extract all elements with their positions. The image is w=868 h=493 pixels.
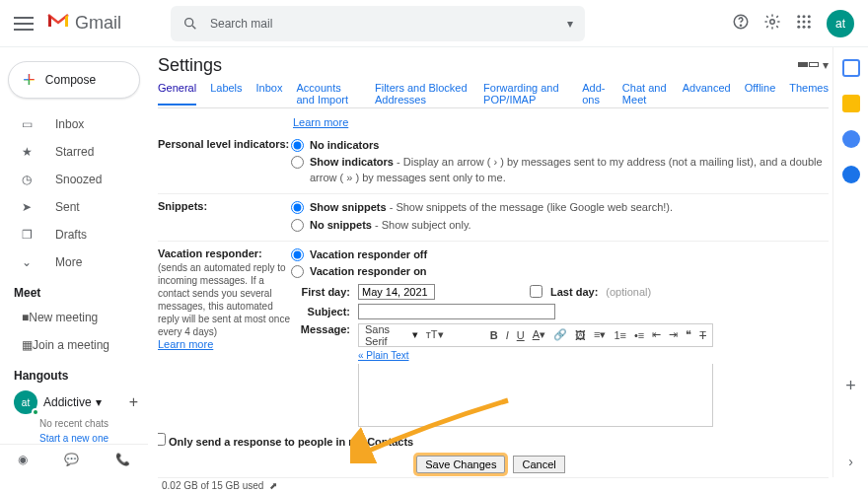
density-toggle[interactable]	[798, 62, 819, 67]
italic-icon[interactable]: I	[506, 329, 509, 341]
font-picker[interactable]: Sans Serif	[365, 323, 404, 347]
apps-grid-icon[interactable]	[795, 13, 813, 34]
compose-button[interactable]: + Compose	[8, 61, 140, 99]
indent-less-icon[interactable]: ⇤	[652, 328, 661, 341]
radio-text: Show snippets	[310, 201, 387, 213]
image-icon[interactable]: 🖼	[575, 329, 586, 341]
gmail-logo[interactable]: Gmail	[47, 13, 121, 34]
hangouts-chat-icon[interactable]: 💬	[64, 453, 79, 466]
main-menu-icon[interactable]	[14, 17, 34, 31]
start-new-chat[interactable]: Start a new one	[0, 433, 148, 444]
radio-show-snippets[interactable]: Show snippets - Show snippets of the mes…	[291, 200, 829, 215]
video-icon: ■	[22, 311, 29, 324]
radio-no-indicators[interactable]: No indicators	[291, 138, 829, 153]
settings-gear-icon[interactable]	[763, 13, 781, 34]
tab-themes[interactable]: Themes	[789, 82, 829, 106]
tab-addons[interactable]: Add-ons	[582, 82, 609, 106]
nav-snoozed[interactable]: ◷Snoozed	[0, 166, 148, 193]
remove-format-icon[interactable]: T	[699, 329, 706, 341]
contacts-icon[interactable]	[842, 166, 860, 183]
radio-vacation-on[interactable]: Vacation responder on	[291, 264, 829, 279]
chevron-down-icon[interactable]: ▾	[96, 395, 102, 409]
text-color-icon[interactable]: A▾	[533, 328, 545, 341]
subject-label: Subject:	[291, 306, 350, 317]
account-avatar[interactable]: at	[827, 10, 854, 37]
chevron-down-icon[interactable]: ▾	[823, 58, 829, 72]
radio-input[interactable]	[291, 265, 304, 278]
tab-advanced[interactable]: Advanced	[683, 82, 731, 106]
bold-icon[interactable]: B	[452, 329, 498, 341]
setting-label: Personal level indicators:	[158, 138, 291, 187]
underline-icon[interactable]: U	[517, 329, 525, 341]
tab-accounts[interactable]: Accounts and Import	[296, 82, 361, 106]
indent-more-icon[interactable]: ⇥	[669, 328, 678, 341]
svg-line-1	[192, 26, 195, 29]
radio-input[interactable]	[291, 139, 304, 152]
last-day-label: Last day:	[550, 286, 598, 298]
setting-vacation: Vacation responder: (sends an automated …	[158, 241, 829, 477]
radio-text: No indicators	[310, 138, 379, 153]
tab-forwarding[interactable]: Forwarding and POP/IMAP	[483, 82, 568, 106]
nav-inbox[interactable]: ▭Inbox	[0, 110, 148, 138]
last-day-checkbox[interactable]	[530, 285, 542, 298]
radio-input[interactable]	[291, 219, 304, 232]
add-addon-icon[interactable]: +	[845, 376, 856, 396]
radio-show-indicators[interactable]: Show indicators - Display an arrow ( › )…	[291, 155, 829, 185]
hangouts-phone-icon[interactable]: 📞	[115, 453, 130, 466]
nav-sent[interactable]: ➤Sent	[0, 193, 148, 221]
save-changes-button[interactable]: Save Changes	[416, 456, 505, 473]
search-bar[interactable]: Search mail ▾	[171, 6, 585, 41]
bullet-list-icon[interactable]: •≡	[634, 329, 644, 341]
tab-filters[interactable]: Filters and Blocked Addresses	[375, 82, 470, 106]
radio-vacation-off[interactable]: Vacation responder off	[291, 247, 829, 262]
setting-label: Snippets:	[158, 200, 291, 235]
settings-tabs: General Labels Inbox Accounts and Import…	[158, 82, 829, 108]
meet-new[interactable]: ■New meeting	[0, 304, 148, 331]
tab-inbox[interactable]: Inbox	[256, 82, 283, 106]
plain-text-link[interactable]: « Plain Text	[358, 350, 409, 361]
radio-input[interactable]	[291, 156, 304, 169]
cancel-button[interactable]: Cancel	[513, 456, 564, 473]
font-size-icon[interactable]: тT▾	[426, 328, 444, 341]
link-icon[interactable]: 🔗	[553, 328, 567, 341]
keep-icon[interactable]	[842, 95, 860, 112]
collapse-panel-icon[interactable]: ›	[848, 454, 853, 469]
hangouts-add-icon[interactable]: +	[129, 393, 138, 411]
radio-input[interactable]	[291, 201, 304, 214]
radio-input[interactable]	[291, 248, 304, 261]
tab-offline[interactable]: Offline	[745, 82, 776, 106]
tab-labels[interactable]: Labels	[210, 82, 242, 106]
meet-join[interactable]: ▦Join a meeting	[0, 331, 148, 359]
svg-point-12	[803, 26, 806, 29]
quote-icon[interactable]: ❝	[686, 328, 691, 341]
learn-more-link[interactable]: Learn more	[293, 116, 348, 128]
support-icon[interactable]	[732, 13, 750, 34]
open-new-icon[interactable]: ⬈	[269, 480, 277, 491]
nav-more[interactable]: ⌄More	[0, 248, 148, 276]
tab-chat-meet[interactable]: Chat and Meet	[622, 82, 669, 106]
radio-no-snippets[interactable]: No snippets - Show subject only.	[291, 218, 829, 233]
svg-point-9	[803, 21, 806, 24]
svg-point-5	[797, 15, 800, 18]
search-options-icon[interactable]: ▾	[567, 17, 573, 31]
nav-drafts[interactable]: ❐Drafts	[0, 221, 148, 248]
first-day-input[interactable]	[358, 284, 435, 300]
align-icon[interactable]: ≡▾	[594, 328, 606, 341]
hangouts-user-row[interactable]: at Addictive ▾ +	[0, 387, 148, 414]
calendar-icon[interactable]	[842, 59, 860, 77]
learn-more-link[interactable]: Learn more	[158, 338, 213, 350]
radio-text: No snippets	[310, 219, 372, 231]
message-editor[interactable]	[358, 364, 713, 427]
chevron-down-icon[interactable]: ▾	[412, 328, 418, 341]
nav-starred[interactable]: ★Starred	[0, 138, 148, 166]
hangouts-contacts-icon[interactable]: ◉	[18, 453, 28, 466]
side-panel: + ›	[832, 47, 868, 477]
numbered-list-icon[interactable]: 1≡	[614, 329, 626, 341]
nav-label: Snoozed	[55, 173, 102, 186]
subject-input[interactable]	[358, 304, 555, 319]
only-contacts-checkbox[interactable]	[158, 433, 166, 446]
tasks-icon[interactable]	[842, 130, 860, 148]
svg-point-7	[808, 15, 811, 18]
nav-label: Inbox	[55, 117, 84, 131]
tab-general[interactable]: General	[158, 82, 196, 106]
